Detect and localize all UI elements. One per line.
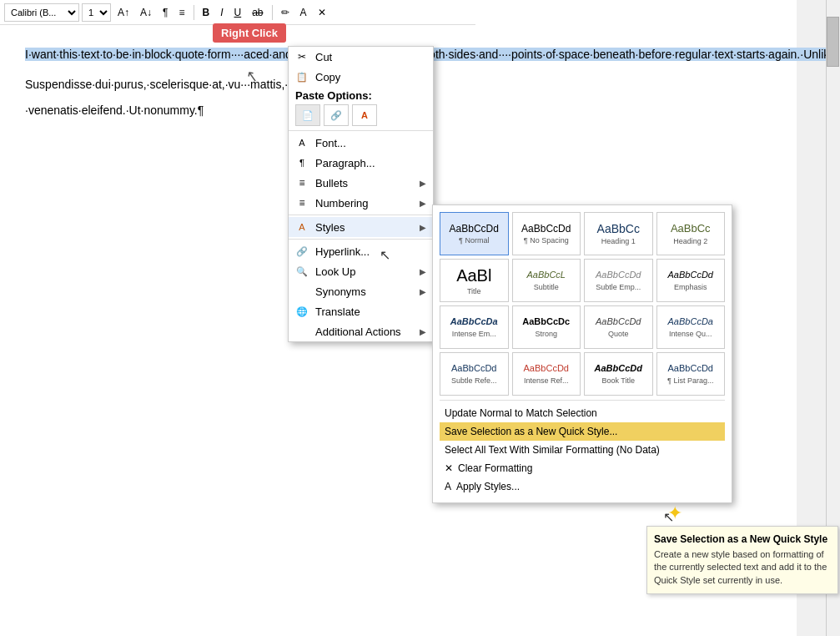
context-menu-numbering[interactable]: ≡ Numbering ▶ xyxy=(289,193,433,213)
style-subtle-em-name: Subtle Emp... xyxy=(596,283,641,291)
style-strong-preview: AaBbCcDc xyxy=(522,316,570,327)
numbering-label: Numbering xyxy=(315,197,413,209)
font-size-select[interactable]: 11 xyxy=(82,3,111,22)
style-quote-preview: AaBbCcDd xyxy=(596,316,641,327)
paste-merge-format-button[interactable]: 🔗 xyxy=(324,104,349,126)
style-subtitle-name: Subtitle xyxy=(534,283,559,291)
context-menu-font[interactable]: A Font... xyxy=(289,133,433,153)
style-title-name: Title xyxy=(467,287,481,295)
save-selection-action[interactable]: Save Selection as a New Quick Style... xyxy=(440,422,725,441)
style-intense-em-name: Intense Em... xyxy=(452,330,496,338)
highlight-color-button[interactable]: ✏ xyxy=(277,3,294,22)
align-left-button[interactable]: ≡ xyxy=(174,3,189,22)
scrollbar-thumb[interactable] xyxy=(827,17,839,67)
style-subtle-reference[interactable]: AaBbCcDd Subtle Refe... xyxy=(440,352,509,396)
translate-label: Translate xyxy=(315,305,426,318)
update-normal-action[interactable]: Update Normal to Match Selection xyxy=(440,404,725,422)
grow-font-button[interactable]: A↑ xyxy=(113,3,133,22)
context-menu-copy[interactable]: 📋 Copy xyxy=(289,67,433,87)
right-click-badge: Right Click xyxy=(213,23,286,43)
apply-styles-label: Apply Styles... xyxy=(456,481,520,492)
synonyms-label: Synonyms xyxy=(315,285,413,298)
style-book-title[interactable]: AaBbCcDd Book Title xyxy=(584,352,653,396)
style-h2-preview: AaBbCc xyxy=(671,222,711,235)
bullets-icon: ≡ xyxy=(295,176,309,189)
paragraph-marks-button[interactable]: ¶ xyxy=(158,3,172,22)
bold-button[interactable]: B xyxy=(199,3,214,22)
select-similar-action[interactable]: Select All Text With Similar Formatting … xyxy=(440,441,725,459)
style-intense-quote[interactable]: AaBbCcDa Intense Qu... xyxy=(656,305,726,349)
style-book-title-preview: AaBbCcDd xyxy=(595,363,642,374)
style-nospace-name: ¶ No Spacing xyxy=(524,236,569,245)
ctx-separator-2 xyxy=(289,215,433,215)
style-list-para-name: ¶ List Parag... xyxy=(667,376,713,385)
style-subtle-emphasis[interactable]: AaBbCcDd Subtle Emp... xyxy=(584,259,653,302)
styles-icon: A xyxy=(295,220,309,234)
paste-text-only-button[interactable]: A xyxy=(352,104,377,126)
ribbon-toolbar: Calibri (B... 11 A↑ A↓ ¶ ≡ B I U ab ✏ A … xyxy=(0,0,475,25)
style-h2-name: Heading 2 xyxy=(673,237,707,245)
style-emphasis[interactable]: AaBbCcDd Emphasis xyxy=(656,259,726,302)
style-quote-name: Quote xyxy=(608,330,629,338)
style-heading1[interactable]: AaBbCc Heading 1 xyxy=(584,212,653,255)
numbering-arrow: ▶ xyxy=(420,199,426,208)
style-intense-q-preview: AaBbCcDa xyxy=(668,316,713,327)
style-book-title-name: Book Title xyxy=(601,376,635,385)
style-normal[interactable]: AaBbCcDd ¶ Normal xyxy=(440,212,509,255)
strikethrough-button[interactable]: ab xyxy=(248,3,267,22)
context-menu-styles[interactable]: A Styles ▶ xyxy=(289,217,433,237)
ribbon-divider-2 xyxy=(272,5,273,20)
style-list-paragraph[interactable]: AaBbCcDd ¶ List Parag... xyxy=(656,352,726,396)
ribbon-divider-1 xyxy=(194,5,194,20)
font-color-button[interactable]: A xyxy=(296,3,311,22)
apply-styles-action[interactable]: A Apply Styles... xyxy=(440,477,725,496)
style-title[interactable]: AaBl Title xyxy=(440,259,509,302)
tooltip-title: Save Selection as a New Quick Style xyxy=(654,533,831,545)
style-heading2[interactable]: AaBbCc Heading 2 xyxy=(656,212,726,255)
context-menu-synonyms[interactable]: Synonyms ▶ xyxy=(289,281,433,301)
italic-button[interactable]: I xyxy=(216,3,227,22)
font-label: Font... xyxy=(315,137,426,149)
copy-label: Copy xyxy=(315,71,426,83)
style-quote[interactable]: AaBbCcDd Quote xyxy=(584,305,653,349)
styles-actions: Update Normal to Match Selection Save Se… xyxy=(440,400,725,496)
ctx-separator-1 xyxy=(289,130,433,131)
style-h1-preview: AaBbCc xyxy=(597,222,640,236)
paste-keep-source-button[interactable]: 📄 xyxy=(295,104,320,126)
styles-menu-cursor: ↖ xyxy=(380,247,390,263)
lookup-label: Look Up xyxy=(315,265,413,278)
shrink-font-button[interactable]: A↓ xyxy=(136,3,156,22)
style-subtle-em-preview: AaBbCcDd xyxy=(596,270,641,280)
context-menu-lookup[interactable]: 🔍 Look Up ▶ xyxy=(289,261,433,281)
context-menu-cut[interactable]: ✂ Cut xyxy=(289,47,433,67)
font-name-select[interactable]: Calibri (B... xyxy=(4,3,79,22)
lookup-icon: 🔍 xyxy=(295,265,309,278)
paste-options-label: Paste Options: xyxy=(289,87,433,102)
context-menu-additional[interactable]: Additional Actions ▶ xyxy=(289,321,433,341)
style-no-spacing[interactable]: AaBbCcDd ¶ No Spacing xyxy=(512,212,581,255)
underline-button[interactable]: U xyxy=(230,3,246,22)
context-menu-hyperlink[interactable]: 🔗 Hyperlink... xyxy=(289,241,433,261)
additional-actions-icon xyxy=(295,325,309,338)
synonyms-arrow: ▶ xyxy=(420,287,426,296)
style-normal-preview: AaBbCcDd xyxy=(450,223,499,235)
style-intense-reference[interactable]: AaBbCcDd Intense Ref... xyxy=(512,352,581,396)
paragraph-icon: ¶ xyxy=(295,156,309,169)
context-menu-bullets[interactable]: ≡ Bullets ▶ xyxy=(289,173,433,193)
context-menu-translate[interactable]: 🌐 Translate xyxy=(289,301,433,321)
context-menu-paragraph[interactable]: ¶ Paragraph... xyxy=(289,153,433,173)
style-strong[interactable]: AaBbCcDc Strong xyxy=(512,305,581,349)
lookup-arrow: ▶ xyxy=(420,267,426,276)
style-h1-name: Heading 1 xyxy=(601,237,636,245)
style-intense-ref-name: Intense Ref... xyxy=(524,376,569,385)
clear-formatting-action[interactable]: ✕ Clear Formatting xyxy=(440,459,725,477)
numbering-icon: ≡ xyxy=(295,196,309,209)
styles-submenu: AaBbCcDd ¶ Normal AaBbCcDd ¶ No Spacing … xyxy=(432,204,732,503)
paragraph-label: Paragraph... xyxy=(315,157,426,169)
clear-format-button[interactable]: ✕ xyxy=(314,3,330,22)
style-subtitle[interactable]: AaBbCcL Subtitle xyxy=(512,259,581,302)
hyperlink-label: Hyperlink... xyxy=(315,245,426,258)
style-intense-emphasis[interactable]: AaBbCcDa Intense Em... xyxy=(440,305,509,349)
style-nospace-preview: AaBbCcDd xyxy=(521,223,571,235)
font-icon: A xyxy=(295,136,309,149)
